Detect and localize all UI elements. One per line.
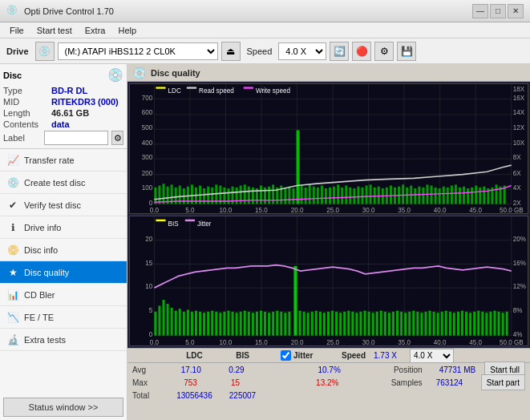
svg-rect-164 [179,309,181,335]
svg-text:8X: 8X [513,153,521,162]
transfer-rate-icon: 📈 [6,154,19,167]
maximize-button[interactable]: □ [490,4,506,18]
minimize-button[interactable]: — [472,4,488,18]
cd-bler-label: CD Bler [24,290,55,300]
chart-header: 💿 Disc quality [127,64,530,82]
svg-rect-204 [343,312,346,336]
svg-rect-198 [319,312,322,336]
svg-text:35.0: 35.0 [398,337,411,345]
svg-rect-59 [313,187,315,204]
menu-help[interactable]: Help [111,24,143,37]
close-button[interactable]: ✕ [508,4,524,18]
svg-rect-235 [469,313,471,335]
svg-text:5: 5 [149,305,153,314]
svg-rect-182 [252,313,254,335]
svg-rect-66 [341,188,343,204]
drive-label: Drive [3,46,32,56]
avg-ldc: 17.10 [167,365,216,374]
start-part-button[interactable]: Start part [481,374,525,390]
svg-text:30.0: 30.0 [362,205,375,213]
drive-select[interactable]: (M:) ATAPI iHBS112 2 CL0K [58,42,218,60]
sidebar-item-drive-info[interactable]: ℹ Drive info [0,216,127,239]
sidebar-item-fe-te[interactable]: 📉 FE / TE [0,306,127,329]
svg-rect-98 [471,188,473,204]
position-label: Position [394,365,439,374]
app-icon: 💿 [6,5,19,18]
disc-title: Disc [3,71,22,80]
chart-title: Disc quality [151,68,200,78]
svg-rect-195 [307,313,310,335]
svg-rect-93 [451,186,453,204]
svg-rect-220 [408,312,411,336]
sidebar-item-cd-bler[interactable]: 📊 CD Bler [0,284,127,306]
max-ldc: 753 [166,378,215,387]
speed-stat-dropdown[interactable]: 4.0 X [410,349,454,363]
svg-rect-178 [236,313,238,335]
svg-rect-170 [203,313,205,335]
svg-rect-232 [457,312,459,336]
svg-rect-92 [447,188,449,204]
label-edit-button[interactable]: ⚙ [111,131,123,145]
drive-icon-btn[interactable]: 💿 [35,42,55,61]
svg-rect-81 [402,184,404,204]
svg-rect-193 [299,311,301,336]
speed-select[interactable]: 4.0 X [278,42,326,60]
svg-rect-181 [248,312,250,336]
svg-rect-160 [162,300,164,336]
create-test-disc-label: Create test disc [24,178,85,188]
svg-rect-135 [156,87,165,88]
svg-rect-231 [453,313,455,335]
svg-rect-70 [357,187,359,204]
menu-file[interactable]: File [3,24,30,37]
menubar: File Start test Extra Help [0,22,530,38]
cd-bler-icon: 📊 [6,289,19,301]
svg-rect-192 [293,266,297,336]
svg-rect-161 [167,304,169,336]
menu-start-test[interactable]: Start test [30,24,79,37]
svg-rect-179 [240,312,242,336]
svg-text:600: 600 [142,107,153,116]
sidebar-item-transfer-rate[interactable]: 📈 Transfer rate [0,149,127,172]
burn-button[interactable]: 🔴 [352,42,371,61]
svg-text:300: 300 [142,153,153,162]
label-input[interactable] [44,131,108,145]
sidebar-item-disc-info[interactable]: 📀 Disc info [0,239,127,261]
svg-rect-207 [355,313,358,335]
svg-rect-239 [485,313,488,335]
status-window-button[interactable]: Status window >> [3,398,123,417]
sidebar-item-verify-test-disc[interactable]: ✔ Verify test disc [0,194,127,216]
mid-label: MID [3,97,51,107]
refresh-button[interactable]: 🔄 [330,42,349,61]
svg-rect-86 [422,188,424,204]
svg-rect-162 [171,308,173,336]
save-button[interactable]: 💾 [397,42,416,61]
svg-rect-174 [219,313,221,335]
disc-quality-label: Disc quality [24,268,69,277]
svg-text:LDC: LDC [168,87,181,95]
svg-rect-236 [473,312,475,336]
svg-rect-202 [335,312,338,336]
svg-rect-186 [268,313,270,335]
svg-text:Write speed: Write speed [256,87,290,95]
sidebar-item-create-test-disc[interactable]: 💿 Create test disc [0,172,127,194]
sidebar-item-disc-quality[interactable]: ★ Disc quality [0,261,127,284]
svg-text:10X: 10X [513,138,525,147]
jitter-checkbox[interactable] [281,350,291,361]
svg-rect-189 [280,312,282,336]
svg-text:12%: 12% [513,282,526,291]
sidebar-item-extra-tests[interactable]: 🔬 Extra tests [0,329,127,351]
svg-rect-84 [414,188,416,204]
svg-rect-173 [215,312,217,336]
svg-rect-228 [441,312,443,336]
samples-label: Samples [391,378,436,387]
titlebar: 💿 Opti Drive Control 1.70 — □ ✕ [0,0,530,22]
svg-rect-159 [158,305,160,335]
svg-text:50.0 GB: 50.0 GB [500,337,524,345]
svg-rect-43 [248,187,250,204]
eject-button[interactable]: ⏏ [221,42,241,61]
svg-rect-201 [331,311,334,336]
settings-button[interactable]: ⚙ [374,42,394,61]
menu-extra[interactable]: Extra [79,24,112,37]
svg-text:BIS: BIS [168,220,179,228]
svg-text:400: 400 [142,138,153,147]
